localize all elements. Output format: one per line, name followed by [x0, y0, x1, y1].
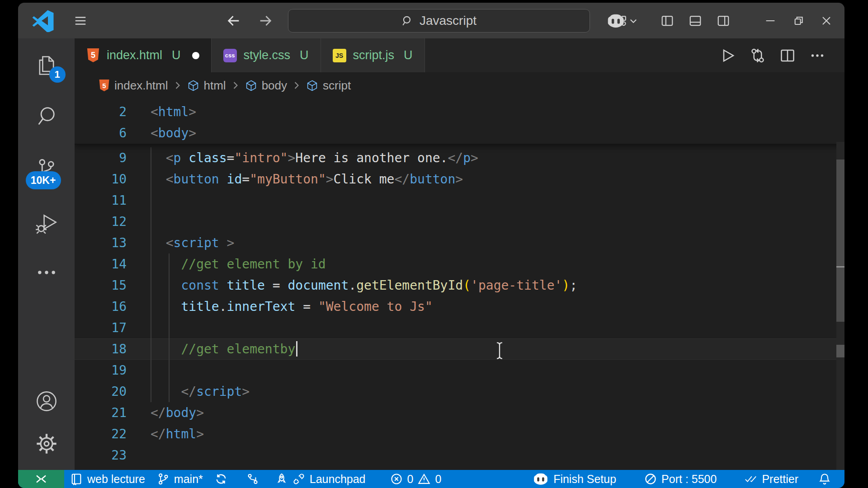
line-number[interactable]: 22 — [75, 423, 127, 445]
status-sync[interactable] — [209, 470, 233, 488]
line-number[interactable]: 13 — [75, 232, 127, 253]
line-number[interactable]: 2 — [75, 101, 127, 122]
tab-label: index.html — [107, 48, 162, 62]
restore-window-icon[interactable] — [789, 12, 807, 30]
run-debug-icon — [35, 212, 58, 235]
code-line-14[interactable]: 14 //get element by id — [75, 253, 844, 275]
line-number[interactable]: 10 — [75, 169, 127, 190]
code-line-10[interactable]: 10 <button id="myButton">Click me</butto… — [75, 169, 844, 190]
scrollbar-thumb[interactable] — [836, 160, 844, 322]
symbol-cube-icon — [187, 80, 199, 92]
account-icon — [35, 389, 58, 413]
line-number[interactable]: 14 — [75, 253, 127, 275]
status-problems[interactable]: 0 0 — [384, 470, 448, 488]
line-number[interactable]: 6 — [75, 122, 127, 144]
sidebar-item-search[interactable] — [32, 102, 61, 131]
line-number[interactable]: 17 — [75, 317, 127, 338]
line-content — [127, 211, 151, 232]
menu-hamburger-icon[interactable] — [71, 12, 90, 30]
command-center: Javascript — [225, 3, 638, 38]
run-code-button[interactable] — [720, 47, 736, 64]
code-line-17[interactable]: 17 — [75, 317, 844, 338]
line-number[interactable]: 16 — [75, 296, 127, 317]
status-copilot-setup[interactable]: Finish Setup — [527, 470, 622, 488]
status-web-lecture[interactable]: web lecture — [64, 470, 151, 488]
unsaved-dot-icon[interactable] — [192, 52, 199, 59]
sidebar-item-run-debug[interactable] — [32, 209, 61, 238]
line-number[interactable]: 21 — [75, 402, 127, 423]
copilot-menu[interactable] — [606, 13, 638, 28]
copilot-icon — [533, 472, 549, 486]
toggle-secondary-sidebar-icon[interactable] — [714, 12, 732, 30]
status-branch[interactable]: main* — [151, 470, 209, 488]
code-line-22[interactable]: 22</html> — [75, 423, 844, 445]
minimize-icon[interactable] — [761, 12, 779, 30]
sidebar-item-additional-views[interactable] — [32, 258, 61, 287]
code-line-6[interactable]: 6<body> — [75, 122, 844, 144]
status-source-control-graph[interactable] — [241, 470, 265, 488]
breadcrumb: 5 index.html html body script — [75, 72, 844, 99]
line-number[interactable]: 12 — [75, 211, 127, 232]
code-line-18[interactable]: 18 //get elementby — [75, 338, 844, 360]
back-arrow-icon[interactable] — [225, 12, 243, 30]
command-center-search[interactable]: Javascript — [288, 9, 590, 33]
chevron-right-icon — [231, 80, 241, 90]
line-number[interactable]: 11 — [75, 190, 127, 211]
code-line-16[interactable]: 16 title.innerText = "Welcome to Js" — [75, 296, 844, 317]
code-line-11[interactable]: 11 — [75, 190, 844, 211]
forward-arrow-icon[interactable] — [256, 12, 274, 30]
line-content: title.innerText = "Welcome to Js" — [127, 296, 433, 317]
code-line-20[interactable]: 20 </script> — [75, 381, 844, 402]
sidebar-item-source-control[interactable]: 10K+ — [32, 154, 61, 183]
book-icon — [70, 473, 83, 485]
line-content: //get element by id — [127, 253, 326, 275]
more-actions-button[interactable] — [809, 47, 826, 64]
code-editor[interactable]: 9 <p class="intro">Here is another one.<… — [75, 99, 844, 470]
line-number[interactable]: 18 — [75, 338, 127, 360]
close-icon[interactable] — [817, 12, 835, 30]
breadcrumb-script[interactable]: script — [323, 79, 351, 93]
line-number[interactable]: 19 — [75, 360, 127, 381]
tab-git-status: U — [404, 48, 413, 62]
code-line-2[interactable]: 2<html> — [75, 101, 844, 122]
double-check-icon — [745, 473, 757, 485]
code-line-23[interactable]: 23 — [75, 445, 844, 466]
line-number[interactable]: 15 — [75, 275, 127, 296]
breadcrumb-body[interactable]: body — [262, 79, 287, 93]
warning-count: 0 — [435, 473, 441, 486]
line-content: //get elementby — [127, 338, 297, 360]
code-line-12[interactable]: 12 — [75, 211, 844, 232]
breadcrumb-html[interactable]: html — [204, 79, 226, 93]
code-line-13[interactable]: 13 <script > — [75, 232, 844, 253]
line-number[interactable]: 23 — [75, 445, 127, 466]
status-launchpad[interactable]: Launchpad — [269, 470, 372, 488]
code-line-15[interactable]: 15 const title = document.getElementById… — [75, 275, 844, 296]
settings-button[interactable] — [32, 429, 61, 458]
tab-index-html[interactable]: 5 index.html U — [75, 38, 212, 72]
account-button[interactable] — [32, 387, 61, 416]
line-number[interactable]: 20 — [75, 381, 127, 402]
vscode-window: Javascript 1 — [18, 3, 844, 488]
line-number[interactable]: 9 — [75, 147, 127, 169]
remote-indicator[interactable] — [18, 470, 64, 488]
finish-setup-label: Finish Setup — [553, 473, 616, 486]
search-icon — [401, 15, 413, 27]
status-port[interactable]: Port : 5500 — [638, 470, 722, 488]
toggle-panel-icon[interactable] — [686, 12, 704, 30]
html-file-icon: 5 — [99, 80, 110, 92]
toggle-sidebar-icon[interactable] — [658, 12, 676, 30]
status-prettier[interactable]: Prettier — [739, 470, 804, 488]
breadcrumb-file[interactable]: index.html — [114, 79, 168, 93]
code-line-21[interactable]: 21</body> — [75, 402, 844, 423]
code-line-19[interactable]: 19 — [75, 360, 844, 381]
tab-style-css[interactable]: css style.css U — [212, 38, 321, 72]
editor-group: 5 index.html U css style.css U JS script… — [75, 38, 844, 470]
notifications-button[interactable] — [812, 470, 844, 488]
tab-script-js[interactable]: JS script.js U — [321, 38, 425, 72]
launchpad-label: Launchpad — [310, 473, 366, 486]
split-editor-button[interactable] — [779, 47, 796, 64]
sidebar-item-explorer[interactable]: 1 — [32, 51, 61, 80]
editor-actions — [720, 38, 844, 72]
code-line-9[interactable]: 9 <p class="intro">Here is another one.<… — [75, 147, 844, 169]
compare-changes-button[interactable] — [750, 47, 766, 64]
